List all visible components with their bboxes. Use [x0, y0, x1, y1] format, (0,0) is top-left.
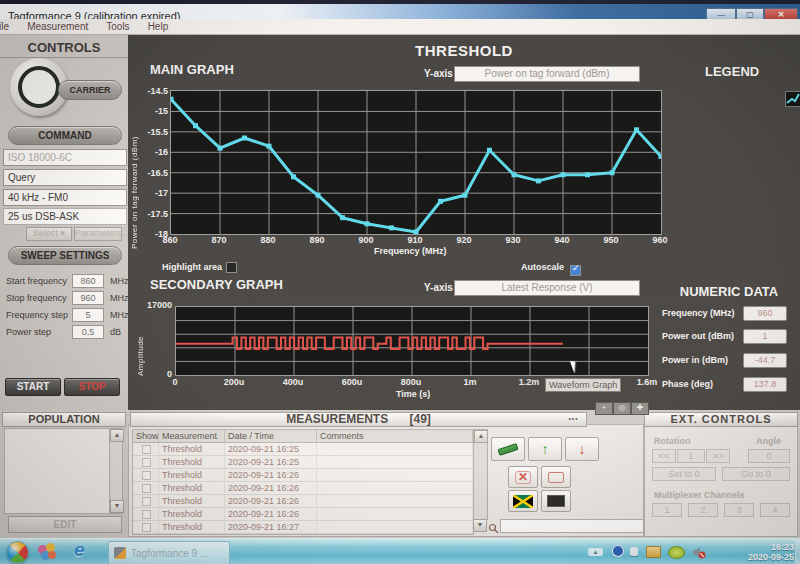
cell-comment [317, 521, 473, 533]
tray-volume-muted-icon[interactable] [692, 545, 706, 563]
power-step-field[interactable]: 0,5 [72, 325, 104, 339]
modulation-select[interactable]: 25 us DSB-ASK [3, 208, 127, 225]
highlight-area-checkbox[interactable] [226, 262, 237, 273]
secondary-graph-ylabel: Amplitude [136, 306, 145, 376]
col-datetime[interactable]: Date / Time [225, 430, 317, 442]
add-tag-button[interactable] [491, 437, 525, 461]
main-graph-xtick: 860 [158, 235, 182, 245]
menu-item-file[interactable]: File [0, 21, 9, 32]
measurements-more-button[interactable]: ... [568, 410, 578, 423]
autoscale-checkbox[interactable] [570, 265, 581, 276]
yaxis-select[interactable]: Power on tag forward (dBm) [454, 66, 640, 82]
internet-explorer-icon[interactable]: e [74, 539, 85, 561]
scroll-up-icon[interactable]: ▲ [474, 430, 488, 443]
show-hidden-icons-button[interactable]: ▲ [588, 548, 603, 556]
scroll-up-icon[interactable]: ▲ [110, 429, 124, 442]
start-frequency-field[interactable]: 860 [72, 274, 104, 288]
download-button[interactable]: ↓ [565, 437, 599, 461]
secondary-graph-plot[interactable] [175, 306, 649, 376]
cell-datetime: 2020-09-21 16:27 [225, 521, 317, 533]
channel-1-button: 1 [652, 503, 682, 517]
menu-item-measurement[interactable]: Measurement [27, 21, 88, 32]
scroll-down-icon[interactable]: ▼ [473, 519, 487, 532]
clock-time: 16:23 [748, 542, 794, 552]
start-button[interactable] [6, 541, 29, 564]
main-graph-ytick: -14.5 [140, 86, 168, 96]
taskbar-task-tagformance[interactable]: Tagformance 9 ... [108, 541, 230, 564]
tray-headset-icon[interactable] [612, 545, 624, 557]
table-row[interactable]: Threshold2020-09-21 16:26 [133, 508, 473, 521]
angle-label: Angle [756, 436, 781, 446]
col-comments[interactable]: Comments [317, 430, 473, 442]
search-input[interactable] [500, 519, 644, 533]
yaxis2-label: Y-axis [424, 282, 453, 293]
population-scrollbar[interactable]: ▲ ▼ [109, 428, 123, 514]
show-checkbox[interactable] [142, 523, 151, 532]
show-checkbox[interactable] [142, 471, 151, 480]
command-button[interactable]: COMMAND [8, 126, 122, 145]
stop-button[interactable]: STOP [64, 378, 120, 396]
table-row[interactable]: Threshold2020-09-21 16:26 [133, 495, 473, 508]
sweep-settings-button[interactable]: SWEEP SETTINGS [8, 246, 122, 265]
table-row[interactable]: Threshold2020-09-21 16:25 [133, 456, 473, 469]
stop-frequency-row: Stop frequency 960 MHz [6, 292, 124, 306]
col-show[interactable]: Show [133, 430, 159, 442]
menu-item-tools[interactable]: Tools [106, 21, 129, 32]
menu-item-help[interactable]: Help [148, 21, 169, 32]
cell-measurement: Threshold [159, 508, 225, 520]
secondary-graph-xtick: 200u [220, 377, 248, 387]
zoom-tool-button[interactable]: ◎ [613, 402, 631, 415]
black-screen-button[interactable] [541, 490, 571, 512]
start-button[interactable]: START [5, 378, 61, 396]
secondary-graph-xtick: 1.6m [633, 377, 661, 387]
rotate-left-button: << [652, 449, 676, 463]
table-row[interactable]: Threshold2020-09-21 16:26 [133, 469, 473, 482]
upload-button[interactable]: ↑ [528, 437, 562, 461]
legend-curve-icon[interactable] [785, 91, 800, 107]
show-checkbox[interactable] [142, 484, 151, 493]
table-row[interactable]: Threshold2020-09-21 16:27 [133, 521, 473, 534]
carrier-button[interactable]: CARRIER [58, 80, 122, 100]
flag-button[interactable] [508, 490, 538, 512]
delete-button[interactable]: ✕ [508, 466, 538, 488]
tray-folder-icon[interactable] [646, 546, 661, 558]
table-row[interactable]: Threshold2020-09-21 16:26 [133, 482, 473, 495]
tray-device-icon[interactable] [630, 547, 638, 556]
pan-tool-button[interactable]: ✚ [631, 402, 649, 415]
measurements-scrollbar[interactable]: ▲ [473, 429, 488, 520]
col-measurement[interactable]: Measurement [159, 430, 225, 442]
main-graph-plot[interactable] [170, 90, 662, 235]
tray-status-icon[interactable] [668, 546, 685, 559]
show-checkbox[interactable] [142, 458, 151, 467]
command-select[interactable]: Query [3, 169, 127, 186]
yaxis2-select[interactable]: Latest Response (V) [454, 280, 640, 296]
show-desktop-button[interactable] [795, 539, 800, 564]
show-checkbox[interactable] [142, 497, 151, 506]
main-graph-xtick: 880 [256, 235, 280, 245]
population-list[interactable] [4, 428, 110, 514]
stop-frequency-field[interactable]: 960 [72, 291, 104, 305]
main-graph-ytick: -15.5 [140, 127, 168, 137]
show-checkbox[interactable] [142, 445, 151, 454]
cursor-tool-button[interactable]: + [595, 402, 613, 415]
table-body: Threshold2020-09-21 16:25Threshold2020-0… [133, 443, 473, 534]
cell-datetime: 2020-09-21 16:26 [225, 469, 317, 481]
pinwheel-app-icon[interactable] [38, 543, 56, 561]
power-in-value: -44.7 [743, 353, 787, 368]
title-bar[interactable]: Tagformance 9 (calibration expired) — ▢ … [0, 4, 800, 20]
sweep-settings-label: SWEEP SETTINGS [21, 250, 110, 261]
link-select[interactable]: 40 kHz - FM0 [3, 189, 127, 206]
frequency-step-field[interactable]: 5 [72, 308, 104, 322]
threshold-title: THRESHOLD [128, 42, 800, 59]
scroll-down-icon[interactable]: ▼ [110, 500, 124, 513]
cell-comment [317, 482, 473, 494]
load-button[interactable] [541, 466, 571, 488]
show-checkbox[interactable] [142, 510, 151, 519]
taskbar-clock[interactable]: 16:23 2020-09-25 [748, 542, 794, 562]
rotation-value: 1 [677, 449, 705, 463]
waveform-tooltip: Waveform Graph [545, 378, 621, 392]
power-step-label: Power step [6, 327, 51, 337]
table-header-row: Show Measurement Date / Time Comments [133, 430, 473, 443]
cell-comment [317, 495, 473, 507]
table-row[interactable]: Threshold2020-09-21 16:25 [133, 443, 473, 456]
